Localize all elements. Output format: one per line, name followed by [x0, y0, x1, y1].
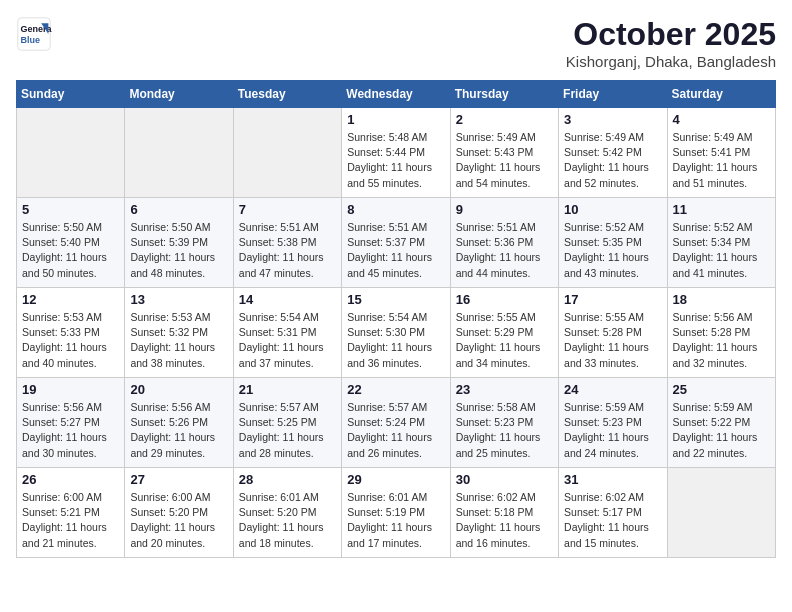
day-number: 22	[347, 382, 444, 397]
calendar-table: SundayMondayTuesdayWednesdayThursdayFrid…	[16, 80, 776, 558]
day-info: Sunrise: 5:51 AM Sunset: 5:38 PM Dayligh…	[239, 220, 336, 281]
day-number: 4	[673, 112, 770, 127]
day-info: Sunrise: 5:50 AM Sunset: 5:40 PM Dayligh…	[22, 220, 119, 281]
day-number: 30	[456, 472, 553, 487]
calendar-cell: 27Sunrise: 6:00 AM Sunset: 5:20 PM Dayli…	[125, 468, 233, 558]
day-info: Sunrise: 6:02 AM Sunset: 5:17 PM Dayligh…	[564, 490, 661, 551]
logo-icon: General Blue	[16, 16, 52, 52]
day-number: 14	[239, 292, 336, 307]
day-info: Sunrise: 5:54 AM Sunset: 5:30 PM Dayligh…	[347, 310, 444, 371]
day-info: Sunrise: 5:49 AM Sunset: 5:41 PM Dayligh…	[673, 130, 770, 191]
day-info: Sunrise: 5:59 AM Sunset: 5:23 PM Dayligh…	[564, 400, 661, 461]
calendar-header-row: SundayMondayTuesdayWednesdayThursdayFrid…	[17, 81, 776, 108]
day-of-week-header: Sunday	[17, 81, 125, 108]
day-info: Sunrise: 5:50 AM Sunset: 5:39 PM Dayligh…	[130, 220, 227, 281]
calendar-cell: 26Sunrise: 6:00 AM Sunset: 5:21 PM Dayli…	[17, 468, 125, 558]
location-title: Kishorganj, Dhaka, Bangladesh	[566, 53, 776, 70]
title-area: October 2025 Kishorganj, Dhaka, Banglade…	[566, 16, 776, 70]
calendar-cell: 30Sunrise: 6:02 AM Sunset: 5:18 PM Dayli…	[450, 468, 558, 558]
calendar-cell	[233, 108, 341, 198]
day-number: 27	[130, 472, 227, 487]
day-number: 28	[239, 472, 336, 487]
calendar-cell: 22Sunrise: 5:57 AM Sunset: 5:24 PM Dayli…	[342, 378, 450, 468]
day-number: 2	[456, 112, 553, 127]
day-info: Sunrise: 5:48 AM Sunset: 5:44 PM Dayligh…	[347, 130, 444, 191]
calendar-cell: 29Sunrise: 6:01 AM Sunset: 5:19 PM Dayli…	[342, 468, 450, 558]
day-info: Sunrise: 5:56 AM Sunset: 5:26 PM Dayligh…	[130, 400, 227, 461]
day-number: 5	[22, 202, 119, 217]
day-info: Sunrise: 6:01 AM Sunset: 5:20 PM Dayligh…	[239, 490, 336, 551]
day-number: 12	[22, 292, 119, 307]
day-of-week-header: Friday	[559, 81, 667, 108]
day-info: Sunrise: 6:00 AM Sunset: 5:20 PM Dayligh…	[130, 490, 227, 551]
day-info: Sunrise: 5:59 AM Sunset: 5:22 PM Dayligh…	[673, 400, 770, 461]
calendar-cell: 4Sunrise: 5:49 AM Sunset: 5:41 PM Daylig…	[667, 108, 775, 198]
day-info: Sunrise: 5:56 AM Sunset: 5:28 PM Dayligh…	[673, 310, 770, 371]
calendar-cell: 21Sunrise: 5:57 AM Sunset: 5:25 PM Dayli…	[233, 378, 341, 468]
month-title: October 2025	[566, 16, 776, 53]
day-of-week-header: Monday	[125, 81, 233, 108]
day-info: Sunrise: 5:57 AM Sunset: 5:24 PM Dayligh…	[347, 400, 444, 461]
day-number: 24	[564, 382, 661, 397]
page-header: General Blue October 2025 Kishorganj, Dh…	[16, 16, 776, 70]
day-number: 6	[130, 202, 227, 217]
calendar-cell: 10Sunrise: 5:52 AM Sunset: 5:35 PM Dayli…	[559, 198, 667, 288]
day-info: Sunrise: 5:53 AM Sunset: 5:33 PM Dayligh…	[22, 310, 119, 371]
day-info: Sunrise: 5:52 AM Sunset: 5:35 PM Dayligh…	[564, 220, 661, 281]
day-of-week-header: Saturday	[667, 81, 775, 108]
calendar-cell: 9Sunrise: 5:51 AM Sunset: 5:36 PM Daylig…	[450, 198, 558, 288]
day-number: 16	[456, 292, 553, 307]
svg-text:Blue: Blue	[21, 35, 41, 45]
day-number: 17	[564, 292, 661, 307]
calendar-cell: 5Sunrise: 5:50 AM Sunset: 5:40 PM Daylig…	[17, 198, 125, 288]
calendar-cell: 15Sunrise: 5:54 AM Sunset: 5:30 PM Dayli…	[342, 288, 450, 378]
calendar-cell	[17, 108, 125, 198]
day-info: Sunrise: 6:02 AM Sunset: 5:18 PM Dayligh…	[456, 490, 553, 551]
day-info: Sunrise: 5:57 AM Sunset: 5:25 PM Dayligh…	[239, 400, 336, 461]
day-info: Sunrise: 6:00 AM Sunset: 5:21 PM Dayligh…	[22, 490, 119, 551]
calendar-cell: 6Sunrise: 5:50 AM Sunset: 5:39 PM Daylig…	[125, 198, 233, 288]
day-of-week-header: Wednesday	[342, 81, 450, 108]
calendar-cell: 25Sunrise: 5:59 AM Sunset: 5:22 PM Dayli…	[667, 378, 775, 468]
day-number: 19	[22, 382, 119, 397]
calendar-cell: 16Sunrise: 5:55 AM Sunset: 5:29 PM Dayli…	[450, 288, 558, 378]
calendar-week-row: 12Sunrise: 5:53 AM Sunset: 5:33 PM Dayli…	[17, 288, 776, 378]
calendar-cell: 11Sunrise: 5:52 AM Sunset: 5:34 PM Dayli…	[667, 198, 775, 288]
calendar-cell: 17Sunrise: 5:55 AM Sunset: 5:28 PM Dayli…	[559, 288, 667, 378]
day-number: 11	[673, 202, 770, 217]
calendar-cell: 12Sunrise: 5:53 AM Sunset: 5:33 PM Dayli…	[17, 288, 125, 378]
calendar-cell: 24Sunrise: 5:59 AM Sunset: 5:23 PM Dayli…	[559, 378, 667, 468]
day-info: Sunrise: 5:53 AM Sunset: 5:32 PM Dayligh…	[130, 310, 227, 371]
day-info: Sunrise: 6:01 AM Sunset: 5:19 PM Dayligh…	[347, 490, 444, 551]
day-number: 1	[347, 112, 444, 127]
day-info: Sunrise: 5:55 AM Sunset: 5:28 PM Dayligh…	[564, 310, 661, 371]
day-number: 13	[130, 292, 227, 307]
day-info: Sunrise: 5:49 AM Sunset: 5:43 PM Dayligh…	[456, 130, 553, 191]
day-number: 10	[564, 202, 661, 217]
day-number: 18	[673, 292, 770, 307]
logo: General Blue	[16, 16, 52, 52]
calendar-cell: 20Sunrise: 5:56 AM Sunset: 5:26 PM Dayli…	[125, 378, 233, 468]
calendar-cell: 8Sunrise: 5:51 AM Sunset: 5:37 PM Daylig…	[342, 198, 450, 288]
day-number: 15	[347, 292, 444, 307]
calendar-week-row: 19Sunrise: 5:56 AM Sunset: 5:27 PM Dayli…	[17, 378, 776, 468]
day-info: Sunrise: 5:58 AM Sunset: 5:23 PM Dayligh…	[456, 400, 553, 461]
day-number: 21	[239, 382, 336, 397]
calendar-cell: 14Sunrise: 5:54 AM Sunset: 5:31 PM Dayli…	[233, 288, 341, 378]
calendar-cell: 2Sunrise: 5:49 AM Sunset: 5:43 PM Daylig…	[450, 108, 558, 198]
day-number: 7	[239, 202, 336, 217]
calendar-cell: 7Sunrise: 5:51 AM Sunset: 5:38 PM Daylig…	[233, 198, 341, 288]
calendar-cell: 13Sunrise: 5:53 AM Sunset: 5:32 PM Dayli…	[125, 288, 233, 378]
day-number: 3	[564, 112, 661, 127]
day-number: 26	[22, 472, 119, 487]
day-info: Sunrise: 5:55 AM Sunset: 5:29 PM Dayligh…	[456, 310, 553, 371]
day-number: 9	[456, 202, 553, 217]
calendar-cell	[667, 468, 775, 558]
calendar-week-row: 26Sunrise: 6:00 AM Sunset: 5:21 PM Dayli…	[17, 468, 776, 558]
day-of-week-header: Thursday	[450, 81, 558, 108]
day-info: Sunrise: 5:49 AM Sunset: 5:42 PM Dayligh…	[564, 130, 661, 191]
calendar-cell: 3Sunrise: 5:49 AM Sunset: 5:42 PM Daylig…	[559, 108, 667, 198]
day-info: Sunrise: 5:51 AM Sunset: 5:37 PM Dayligh…	[347, 220, 444, 281]
calendar-week-row: 1Sunrise: 5:48 AM Sunset: 5:44 PM Daylig…	[17, 108, 776, 198]
calendar-cell: 1Sunrise: 5:48 AM Sunset: 5:44 PM Daylig…	[342, 108, 450, 198]
